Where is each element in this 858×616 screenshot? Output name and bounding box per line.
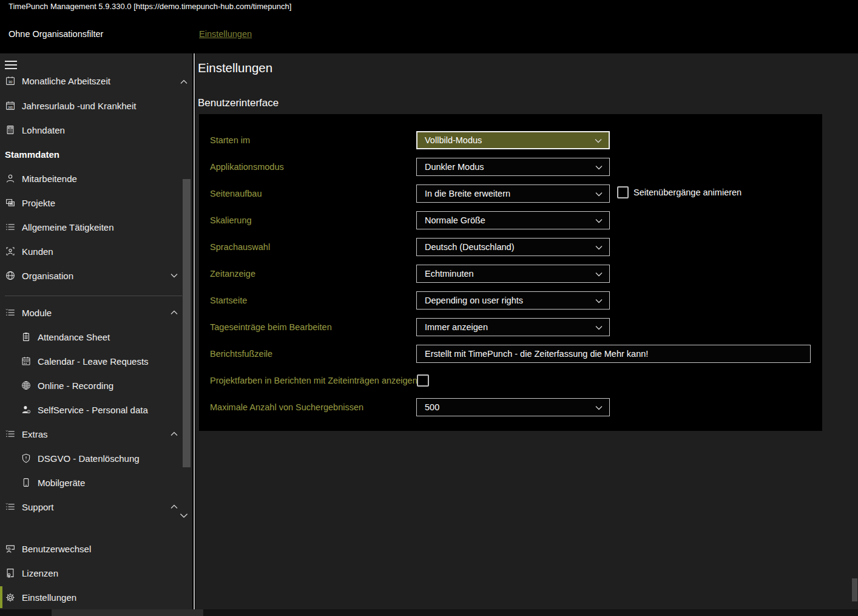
gear-icon [5, 592, 16, 603]
field-label-seitenaufbau: Seitenaufbau [210, 184, 262, 203]
sidebar-group-label: Module [22, 308, 52, 318]
dropdown-value: Immer anzeigen [425, 322, 488, 332]
sidebar-main-divider [194, 53, 195, 609]
hamburger-menu-icon[interactable] [5, 61, 17, 70]
dropdown-sprachauswahl[interactable]: Deutsch (Deutschland) [416, 238, 610, 256]
dropdown-seitenaufbau[interactable]: In die Breite erweitern [416, 184, 610, 203]
task-list-icon [5, 222, 16, 232]
sidebar-item-label: Projekte [22, 198, 55, 208]
page-title: Einstellungen [198, 61, 272, 75]
dropdown-value: Dunkler Modus [425, 162, 484, 172]
sidebar-item-monatliche-arbeitszeit[interactable]: 30 Monatliche Arbeitszeit [0, 75, 192, 93]
group-list-icon [5, 501, 16, 512]
sidebar-item-lizenzen[interactable]: Lizenzen [0, 561, 192, 585]
mobile-phone-icon [21, 477, 32, 488]
checkbox-label-seitenuebergaenge: Seitenübergänge animieren [633, 183, 741, 201]
group-list-icon [5, 307, 16, 318]
sidebar-item-calendar-leave-requests[interactable]: Calendar - Leave Requests [0, 349, 192, 373]
chevron-down-icon [595, 245, 603, 250]
sidebar-item-label: Jahresurlaub -und Krankheit [22, 101, 136, 111]
field-label-projektfarben: Projektfarben in Berichten mit Zeiteintr… [210, 371, 417, 390]
dropdown-value: Echtminuten [425, 269, 474, 279]
sidebar-item-online-recording[interactable]: Online - Recording [0, 373, 192, 398]
sidebar-item-label: Monatliche Arbeitszeit [22, 76, 110, 86]
user-interface-settings-card: Starten im Vollbild-Modus Applikationsmo… [199, 114, 822, 431]
license-icon [5, 567, 16, 578]
dropdown-zeitanzeige[interactable]: Echtminuten [416, 265, 610, 283]
scroll-down-chevron-icon[interactable] [180, 513, 188, 518]
calendar-365-icon: 365 [5, 100, 16, 111]
sidebar-group-module[interactable]: Module [0, 300, 192, 325]
clipboard-icon [21, 331, 32, 342]
dropdown-value: In die Breite erweitern [425, 189, 510, 198]
person-badge-icon [21, 404, 32, 415]
chevron-down-icon[interactable] [171, 273, 178, 278]
sidebar-group-label: Support [22, 502, 54, 512]
sidebar-group-extras[interactable]: Extras [0, 422, 192, 446]
field-label-starten-im: Starten im [210, 131, 250, 149]
sidebar-divider [5, 296, 182, 296]
shield-exclamation-icon [21, 453, 32, 464]
sidebar-item-organisation[interactable]: Organisation [0, 263, 192, 288]
chevron-up-icon[interactable] [171, 310, 178, 315]
settings-breadcrumb-link[interactable]: Einstellungen [199, 29, 252, 39]
dropdown-skalierung[interactable]: Normale Größe [416, 211, 610, 229]
checkbox-projektfarben[interactable] [417, 374, 429, 387]
chevron-down-icon [595, 325, 603, 330]
dropdown-value: Vollbild-Modus [425, 135, 482, 145]
main-content: Einstellungen Benutzerinterface Starten … [195, 53, 858, 609]
field-label-startseite: Startseite [210, 291, 247, 310]
sidebar-item-benutzerwechsel[interactable]: Benutzerwechsel [0, 536, 192, 561]
dropdown-applikationsmodus[interactable]: Dunkler Modus [416, 158, 610, 176]
sidebar-group-support[interactable]: Support [0, 495, 192, 519]
section-title: Benutzerinterface [198, 97, 279, 109]
input-berichtsfusszeile[interactable] [416, 345, 811, 363]
sidebar-item-label: Calendar - Leave Requests [38, 356, 149, 367]
sidebar-item-label: Einstellungen [22, 592, 76, 603]
field-label-berichtsfusszeile: Berichtsfußzeile [210, 345, 272, 363]
sidebar-item-einstellungen[interactable]: Einstellungen [0, 585, 192, 609]
dropdown-tageseintraege[interactable]: Immer anzeigen [416, 318, 610, 336]
field-label-sprachauswahl: Sprachauswahl [210, 238, 270, 256]
chevron-up-icon[interactable] [171, 432, 178, 436]
sidebar-item-lohndaten[interactable]: Lohndaten [0, 118, 192, 142]
sidebar-item-label: Kunden [22, 246, 53, 257]
sidebar: 30 Monatliche Arbeitszeit 365 Jahresurla… [0, 53, 192, 609]
checkbox-seitenuebergaenge-animieren[interactable] [617, 186, 629, 198]
sidebar-scrollbar-thumb[interactable] [183, 179, 191, 467]
sidebar-section-label: Stammdaten [5, 149, 59, 160]
sidebar-item-attendance-sheet[interactable]: Attendance Sheet [0, 325, 192, 349]
sidebar-item-label: Allgemeine Tätigkeiten [22, 222, 113, 232]
sidebar-item-label: Organisation [22, 271, 73, 281]
app-window: TimePunch Management 5.9.330.0 [https://… [0, 0, 858, 616]
chevron-up-icon[interactable] [171, 504, 178, 509]
sidebar-item-dsgvo-datenloeschung[interactable]: DSGVO - Datenlöschung [0, 446, 192, 470]
sidebar-item-mobilgeraete[interactable]: Mobilgeräte [0, 470, 192, 495]
chevron-up-icon[interactable] [180, 80, 187, 84]
sidebar-item-allgemeine-taetigkeiten[interactable]: Allgemeine Tätigkeiten [0, 215, 192, 239]
calculator-icon [5, 124, 16, 135]
sidebar-section-stammdaten: Stammdaten [0, 142, 192, 166]
dropdown-starten-im[interactable]: Vollbild-Modus [416, 131, 610, 149]
person-icon [5, 173, 16, 184]
sidebar-item-selfservice-personal-data[interactable]: SelfService - Personal data [0, 398, 192, 422]
sidebar-item-jahresurlaub[interactable]: 365 Jahresurlaub -und Krankheit [0, 93, 192, 118]
chevron-down-icon [595, 138, 602, 143]
sidebar-item-label: Lizenzen [22, 568, 58, 578]
sidebar-item-projekte[interactable]: Projekte [0, 191, 192, 215]
svg-text:30: 30 [8, 80, 13, 84]
customer-icon [5, 246, 16, 257]
chevron-down-icon [595, 192, 603, 197]
sidebar-item-kunden[interactable]: Kunden [0, 239, 192, 263]
chevron-down-icon [595, 405, 603, 410]
projects-icon [5, 197, 16, 208]
main-scrollbar-thumb[interactable] [852, 578, 857, 601]
dropdown-startseite[interactable]: Depending on user rights [416, 291, 610, 310]
horizontal-scrollbar-thumb[interactable] [52, 609, 203, 616]
dropdown-max-suchergebnisse[interactable]: 500 [416, 398, 610, 416]
field-label-max-suchergebnisse: Maximale Anzahl von Suchergebnissen [210, 398, 363, 416]
group-list-icon [5, 428, 16, 439]
sidebar-item-mitarbeitende[interactable]: Mitarbeitende [0, 166, 192, 191]
sidebar-group-label: Extras [22, 429, 48, 439]
organisation-filter-label[interactable]: Ohne Organisationsfilter [8, 29, 103, 39]
